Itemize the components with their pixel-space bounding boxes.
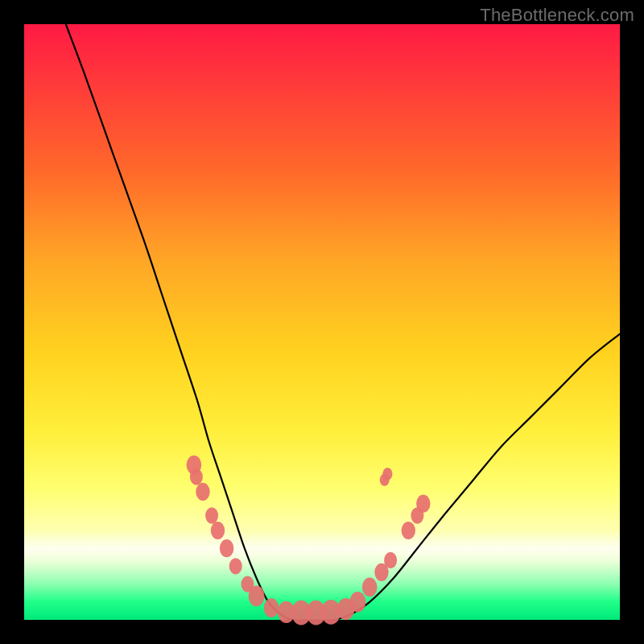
curve-markers bbox=[187, 456, 431, 625]
curve-marker bbox=[196, 483, 209, 501]
curve-marker bbox=[229, 558, 242, 574]
curve-marker bbox=[205, 507, 218, 523]
curve-marker bbox=[382, 468, 392, 480]
curve-marker bbox=[264, 598, 279, 617]
curve-marker bbox=[362, 577, 378, 597]
bottleneck-curve bbox=[66, 24, 620, 621]
curve-marker bbox=[402, 522, 415, 539]
curve-marker bbox=[190, 469, 203, 485]
curve-marker bbox=[220, 539, 233, 557]
chart-frame: TheBottleneck.com bbox=[0, 0, 644, 644]
watermark-text: TheBottleneck.com bbox=[480, 5, 634, 26]
curve-marker bbox=[349, 592, 365, 613]
curve-marker bbox=[384, 552, 397, 568]
curve-marker bbox=[416, 495, 430, 513]
curve-marker bbox=[211, 522, 225, 539]
curve-marker bbox=[249, 586, 265, 607]
curve-layer bbox=[24, 24, 620, 620]
